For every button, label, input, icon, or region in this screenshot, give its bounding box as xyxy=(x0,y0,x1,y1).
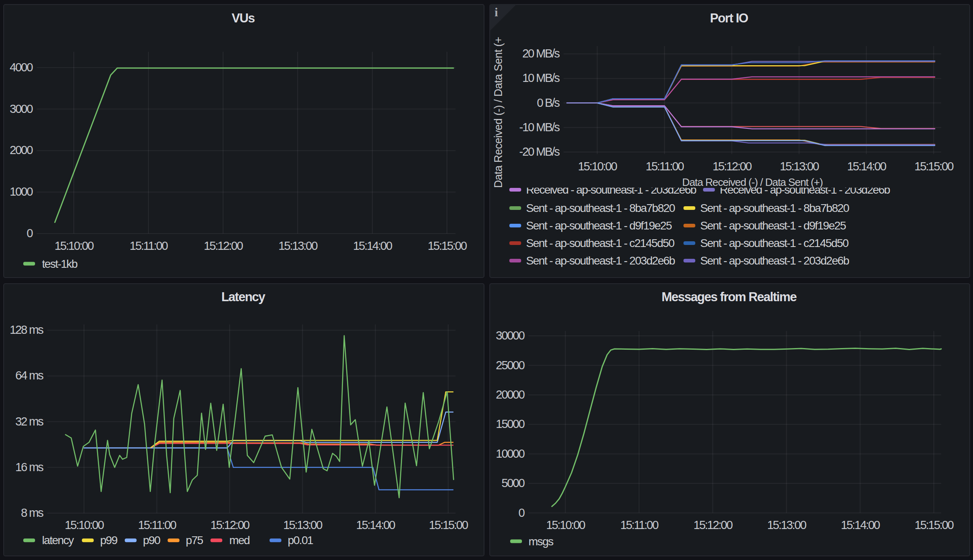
svg-text:3000: 3000 xyxy=(10,102,33,115)
svg-text:p75: p75 xyxy=(186,534,203,547)
svg-text:15:13:00: 15:13:00 xyxy=(767,518,806,531)
svg-text:15:13:00: 15:13:00 xyxy=(780,160,819,173)
svg-text:15:15:00: 15:15:00 xyxy=(429,518,468,531)
svg-text:Sent - ap-southeast-1 - 203d2e: Sent - ap-southeast-1 - 203d2e6b xyxy=(526,254,675,267)
svg-text:-10 MB/s: -10 MB/s xyxy=(519,121,559,134)
svg-text:Latency: Latency xyxy=(221,290,266,304)
svg-text:15:10:00: 15:10:00 xyxy=(55,239,94,252)
svg-text:1000: 1000 xyxy=(10,185,33,198)
svg-text:Sent - ap-southeast-1 - c2145d: Sent - ap-southeast-1 - c2145d50 xyxy=(526,237,674,249)
svg-text:Messages from Realtime: Messages from Realtime xyxy=(661,290,797,304)
svg-text:15:11:00: 15:11:00 xyxy=(130,239,168,252)
svg-text:15:14:00: 15:14:00 xyxy=(841,518,880,531)
svg-text:test-1kb: test-1kb xyxy=(42,258,77,270)
svg-text:Sent - ap-southeast-1 - d9f19e: Sent - ap-southeast-1 - d9f19e25 xyxy=(526,219,672,232)
svg-text:15:12:00: 15:12:00 xyxy=(210,518,250,531)
svg-text:Sent - ap-southeast-1 - d9f19e: Sent - ap-southeast-1 - d9f19e25 xyxy=(700,219,846,232)
svg-text:15:10:00: 15:10:00 xyxy=(65,518,104,531)
svg-text:Sent - ap-southeast-1 - 8ba7b8: Sent - ap-southeast-1 - 8ba7b820 xyxy=(700,202,849,214)
svg-text:32 ms: 32 ms xyxy=(15,415,44,428)
svg-text:15:12:00: 15:12:00 xyxy=(204,239,243,252)
svg-text:0: 0 xyxy=(27,227,33,240)
svg-text:VUs: VUs xyxy=(232,11,254,25)
svg-text:med: med xyxy=(229,534,249,547)
svg-text:p0.01: p0.01 xyxy=(288,534,314,547)
svg-text:15:15:00: 15:15:00 xyxy=(428,239,467,252)
svg-text:15:12:00: 15:12:00 xyxy=(712,160,752,173)
svg-text:Data Received (-) / Data Sent: Data Received (-) / Data Sent (+) xyxy=(682,176,823,188)
svg-text:25000: 25000 xyxy=(496,359,524,372)
svg-text:10 MB/s: 10 MB/s xyxy=(522,71,560,84)
svg-text:15:13:00: 15:13:00 xyxy=(283,518,323,531)
svg-text:p90: p90 xyxy=(143,534,161,547)
svg-text:8 ms: 8 ms xyxy=(21,506,43,519)
svg-text:Data Received (-) / Data Sent: Data Received (-) / Data Sent (+ xyxy=(492,37,504,188)
svg-text:15:11:00: 15:11:00 xyxy=(138,518,176,531)
svg-text:i: i xyxy=(495,5,498,19)
svg-text:4000: 4000 xyxy=(10,61,33,74)
svg-text:20 MB/s: 20 MB/s xyxy=(522,47,560,60)
svg-text:msgs: msgs xyxy=(529,535,553,548)
svg-text:10000: 10000 xyxy=(496,447,524,460)
svg-text:latency: latency xyxy=(42,534,74,547)
svg-text:0: 0 xyxy=(518,506,524,519)
svg-text:64 ms: 64 ms xyxy=(15,369,44,382)
svg-text:Received - ap-southeast-1 - 20: Received - ap-southeast-1 - 203d2e6b xyxy=(526,183,697,196)
svg-text:15:10:00: 15:10:00 xyxy=(546,518,585,531)
svg-text:16 ms: 16 ms xyxy=(15,461,44,474)
svg-text:Sent - ap-southeast-1 - 203d2e: Sent - ap-southeast-1 - 203d2e6b xyxy=(700,254,849,267)
svg-text:0 B/s: 0 B/s xyxy=(537,96,559,109)
svg-text:Port IO: Port IO xyxy=(710,11,748,25)
svg-text:15:15:00: 15:15:00 xyxy=(914,160,953,173)
svg-text:15000: 15000 xyxy=(496,417,524,430)
svg-text:5000: 5000 xyxy=(502,476,524,489)
svg-text:15:11:00: 15:11:00 xyxy=(646,160,684,173)
svg-text:p99: p99 xyxy=(100,534,117,547)
svg-text:15:15:00: 15:15:00 xyxy=(915,518,954,531)
svg-text:15:12:00: 15:12:00 xyxy=(694,518,733,531)
svg-text:15:10:00: 15:10:00 xyxy=(578,160,617,173)
svg-text:15:14:00: 15:14:00 xyxy=(353,239,392,252)
svg-text:15:11:00: 15:11:00 xyxy=(620,518,659,531)
svg-text:Sent - ap-southeast-1 - c2145d: Sent - ap-southeast-1 - c2145d50 xyxy=(700,237,849,249)
svg-text:30000: 30000 xyxy=(496,329,524,342)
svg-text:20000: 20000 xyxy=(496,388,524,401)
svg-text:128 ms: 128 ms xyxy=(10,323,44,336)
svg-text:Sent - ap-southeast-1 - 8ba7b8: Sent - ap-southeast-1 - 8ba7b820 xyxy=(526,202,675,214)
svg-text:-20 MB/s: -20 MB/s xyxy=(519,145,559,158)
svg-text:15:13:00: 15:13:00 xyxy=(279,239,318,252)
svg-text:2000: 2000 xyxy=(10,143,33,157)
svg-text:15:14:00: 15:14:00 xyxy=(847,160,886,173)
svg-text:15:14:00: 15:14:00 xyxy=(356,518,395,531)
